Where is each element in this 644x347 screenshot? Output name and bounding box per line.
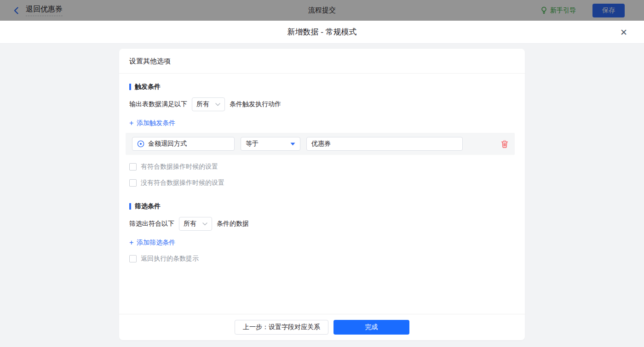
filter-sentence-prefix: 筛选出符合以下 (129, 220, 174, 228)
plus-icon: + (129, 239, 133, 246)
no-match-setting-label: 没有符合数据操作时候的设置 (141, 179, 224, 187)
filter-sentence-suffix: 条件的数据 (217, 220, 249, 228)
card-footer: 上一步：设置字段对应关系 完成 (119, 314, 525, 340)
no-match-setting-row: 没有符合数据操作时候的设置 (129, 179, 515, 187)
topbar-right: 新手引导 保存 (540, 4, 625, 17)
close-button[interactable]: ✕ (615, 21, 633, 44)
filter-section-label: 筛选条件 (135, 202, 161, 210)
trigger-condition-row: 金额退回方式 等于 优惠券 (126, 133, 515, 155)
no-match-setting-checkbox[interactable] (129, 179, 137, 187)
return-count-tip-row: 返回执行的条数提示 (129, 255, 515, 263)
condition-field-input[interactable]: 金额退回方式 (132, 137, 235, 151)
filter-sentence: 筛选出符合以下 所有 条件的数据 (129, 216, 515, 231)
modal-title: 新增数据 - 常规模式 (287, 27, 356, 37)
guide-label: 新手引导 (550, 6, 576, 15)
topbar: 退回优惠券 流程提交 新手引导 保存 (0, 0, 644, 21)
condition-value-input[interactable]: 优惠券 (306, 137, 463, 151)
section-accent-bar (129, 84, 131, 90)
add-filter-condition-link[interactable]: + 添加筛选条件 (129, 239, 175, 247)
done-button[interactable]: 完成 (334, 320, 409, 335)
prev-step-button[interactable]: 上一步：设置字段对应关系 (235, 320, 328, 335)
save-button[interactable]: 保存 (592, 4, 625, 17)
add-filter-condition-label: 添加筛选条件 (137, 239, 175, 247)
chevron-down-icon (202, 222, 207, 226)
trigger-section-title: 触发条件 (129, 83, 515, 91)
return-count-tip-label: 返回执行的条数提示 (141, 255, 199, 263)
guide-button[interactable]: 新手引导 (540, 6, 576, 15)
chevron-down-icon (215, 103, 220, 106)
filter-match-mode-value: 所有 (184, 220, 196, 228)
return-count-tip-checkbox[interactable] (129, 255, 137, 262)
has-match-setting-checkbox[interactable] (129, 163, 137, 171)
condition-operator-value: 等于 (246, 140, 259, 148)
has-match-setting-row: 有符合数据操作时候的设置 (129, 163, 515, 171)
plus-icon: + (129, 119, 133, 127)
add-trigger-condition-link[interactable]: + 添加触发条件 (129, 119, 175, 127)
bulb-icon (540, 6, 547, 14)
add-trigger-condition-label: 添加触发条件 (137, 119, 175, 127)
delete-condition-button[interactable] (501, 140, 508, 148)
trigger-section-label: 触发条件 (135, 83, 161, 91)
card-header-title: 设置其他选项 (119, 49, 525, 74)
card-body: 触发条件 输出表数据满足以下 所有 条件触发执行动作 + 添加触发条件 (119, 74, 525, 314)
condition-operator-select[interactable]: 等于 (241, 137, 300, 151)
filter-section-title: 筛选条件 (129, 202, 515, 210)
trigger-match-mode-value: 所有 (196, 100, 209, 108)
filter-match-mode-select[interactable]: 所有 (179, 217, 212, 231)
modal-header: 新增数据 - 常规模式 ✕ (0, 21, 644, 44)
trigger-sentence-suffix: 条件触发执行动作 (230, 100, 281, 108)
close-icon: ✕ (620, 27, 627, 38)
condition-field-value: 金额退回方式 (148, 140, 187, 148)
trash-icon (501, 140, 508, 148)
section-accent-bar (129, 203, 131, 210)
content-card: 设置其他选项 触发条件 输出表数据满足以下 所有 条件触发执行动作 + 添 (119, 49, 525, 340)
radio-field-icon (137, 140, 144, 148)
add-data-modal: 新增数据 - 常规模式 ✕ 设置其他选项 触发条件 输出表数据满足以下 所有 条 (0, 21, 644, 347)
condition-value-text: 优惠券 (311, 140, 331, 148)
trigger-sentence-prefix: 输出表数据满足以下 (129, 100, 187, 108)
has-match-setting-label: 有符合数据操作时候的设置 (141, 163, 218, 171)
trigger-match-mode-select[interactable]: 所有 (192, 97, 225, 111)
trigger-sentence: 输出表数据满足以下 所有 条件触发执行动作 (129, 97, 515, 112)
caret-down-icon (290, 142, 295, 146)
